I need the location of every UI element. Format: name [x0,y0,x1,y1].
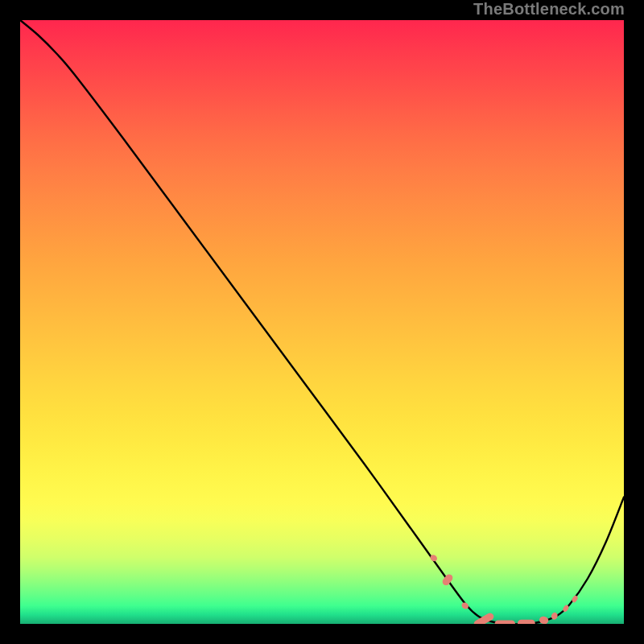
chart-markers [429,554,579,624]
chart-curve [20,20,624,624]
svg-rect-4 [495,621,516,625]
watermark-text: TheBottleneck.com [473,0,625,19]
chart-frame: { "watermark": "TheBottleneck.com", "cha… [0,0,644,644]
chart-svg [20,20,624,624]
svg-rect-5 [518,620,535,624]
plot-area [19,19,625,625]
